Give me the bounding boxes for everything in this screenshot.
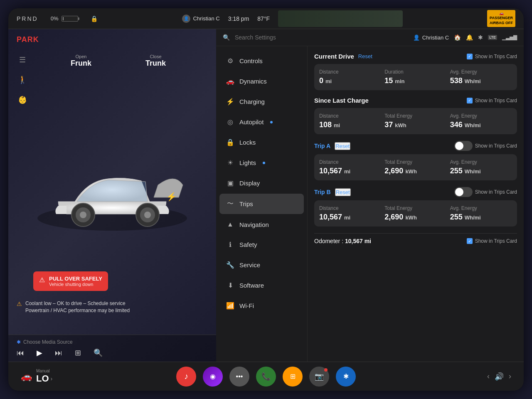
phone-button[interactable]: 📞 [256,367,276,387]
passenger-airbag-indicator: 🚗 PASSENGER AIRBAG OFF [487,10,515,27]
odometer-label: Odometer : 10,567 mi [314,238,371,244]
media-source-row[interactable]: ✱ Choose Media Source [17,339,208,345]
trip-a-stats: Distance 10,567 mi Total Energy 2,690 kW… [314,154,517,180]
warning-bar: ⚠ Coolant low – OK to drive – Schedule s… [17,300,208,316]
navigation-icon: ▲ [226,221,234,228]
taskbar-left: 🚗 Manual LO › [21,369,71,384]
display-icon: ▣ [226,179,234,187]
taskbar-prev-button[interactable]: ‹ [487,372,490,381]
autopilot-icon: ◎ [226,118,234,126]
trip-a-show-trips[interactable]: Show in Trips Card [454,141,517,151]
current-drive-header: Current Drive Reset ✓ Show in Trips Card [314,53,517,60]
current-drive-title: Current Drive [314,53,354,60]
since-last-charge-show-trips[interactable]: ✓ Show in Trips Card [467,98,517,103]
since-last-charge-checkbox[interactable]: ✓ [467,98,473,103]
car-icon[interactable]: 🚗 [21,371,32,382]
sidebar-item-locks[interactable]: 🔒 Locks [219,133,304,152]
alert-triangle-icon: ⚠ [39,276,45,284]
music-app-button[interactable]: ♪ [176,367,196,387]
trip-b-reset-button[interactable]: Reset [335,188,351,196]
trip-a-title: Trip A [314,143,330,149]
menu-icon[interactable]: ☰ [17,54,28,66]
search-media-button[interactable]: 🔍 [94,348,103,357]
trip-a-toggle-thumb [455,142,463,150]
skip-forward-button[interactable]: ⏭ [55,349,62,357]
dynamics-label: Dynamics [239,78,267,85]
trip-a-toggle[interactable] [454,141,473,151]
trip-a-avg-energy: Avg. Energy 255 Wh/mi [450,159,512,175]
camera-recording-dot [324,368,328,372]
car-svg: ⚡ [25,152,200,243]
user-avatar-icon: 👤 [182,15,190,23]
play-button[interactable]: ▶ [37,348,42,357]
taskbar-next-button[interactable]: › [509,372,511,381]
siri-button[interactable]: ◉ [203,367,223,387]
equalizer-button[interactable]: ⊞ [75,348,81,357]
navigation-label: Navigation [239,221,269,228]
alert-subtitle: Vehicle shutting down [49,282,102,287]
sidebar-item-display[interactable]: ▣ Display [219,173,304,193]
media-controls: ⏮ ▶ ⏭ ⊞ 🔍 [17,348,208,357]
fan-speed-section: Manual LO › [36,369,52,384]
autopilot-label: Autopilot [239,118,264,126]
settings-right-header: 👤 Christian C 🏠 🔔 ✱ LTE ▁▃▅▇ [413,34,517,41]
trip-b-toggle-thumb [455,188,463,196]
camera-button[interactable]: 📷 [309,367,329,387]
fan-arrow-icon[interactable]: › [51,375,53,382]
service-icon: 🔧 [226,261,234,269]
home-icon: 🏠 [454,34,461,41]
safety-label: Safety [239,241,257,248]
lte-badge: LTE [488,35,497,40]
trip-a-section: Trip A Reset Show in Trips Card [314,141,517,180]
current-drive-section: Current Drive Reset ✓ Show in Trips Card… [314,53,517,90]
trip-b-total-energy: Total Energy 2,690 kWh [384,205,446,222]
sidebar-item-autopilot[interactable]: ◎ Autopilot [219,112,304,132]
current-drive-reset-button[interactable]: Reset [358,53,372,59]
volume-icon[interactable]: 🔊 [495,372,504,381]
current-drive-stats: Distance 0 mi Duration 15 min Avg. Energ… [314,64,517,90]
sidebar-item-navigation[interactable]: ▲ Navigation [219,215,304,234]
trunk-label[interactable]: Close Trunk [145,54,166,68]
sidebar-item-controls[interactable]: ⚙ Controls [219,51,304,71]
since-last-charge-avg-energy: Avg. Energy 346 Wh/mi [450,113,512,129]
odometer-show-trips[interactable]: ✓ Show in Trips Card [467,238,517,244]
card-button[interactable]: ⊞ [283,367,303,387]
bluetooth-taskbar-button[interactable]: ✱ [336,367,356,387]
sidebar-item-dynamics[interactable]: 🚗 Dynamics [219,71,304,91]
more-apps-button[interactable]: ••• [229,367,249,387]
trip-b-show-trips[interactable]: Show in Trips Card [454,187,517,197]
sidebar-item-lights[interactable]: ☀ Lights [219,153,304,172]
sidebar-item-service[interactable]: 🔧 Service [219,255,304,275]
taskbar: 🚗 Manual LO › ♪ ◉ ••• 📞 [8,362,524,391]
settings-search-input[interactable] [235,34,408,41]
current-drive-show-trips[interactable]: ✓ Show in Trips Card [467,54,517,59]
trip-b-toggle[interactable] [454,187,473,197]
sidebar-item-charging[interactable]: ⚡ Charging [219,92,304,111]
frunk-label[interactable]: Open Frunk [71,54,91,68]
bluetooth-header-icon: ✱ [478,34,483,41]
locks-icon: 🔒 [226,138,234,146]
signal-bars-icon: ▁▃▅▇ [502,34,517,40]
trip-b-distance: Distance 10,567 mi [319,205,381,222]
trip-a-reset-button[interactable]: Reset [335,142,350,150]
alert-text: PULL OVER SAFELY Vehicle shutting down [49,276,102,287]
skip-back-button[interactable]: ⏮ [17,349,24,357]
odometer-checkbox[interactable]: ✓ [467,238,473,244]
sidebar-item-trips[interactable]: 〜 Trips [219,194,304,214]
status-bar: PRND 0% 🔒 👤 Christian C 3:18 pm 87°F 🚗 P… [8,8,524,29]
current-drive-checkbox[interactable]: ✓ [467,54,473,59]
trip-b-section: Trip B Reset Show in Trips Card [314,187,517,227]
current-drive-distance: Distance 0 mi [319,69,381,85]
sidebar-item-software[interactable]: ⬇ Software [219,276,304,295]
sidebar-item-wifi[interactable]: 📶 Wi-Fi [219,296,304,315]
autopilot-dot [270,121,273,123]
warning-triangle-icon: ⚠ [17,300,22,307]
trip-a-total-energy: Total Energy 2,690 kWh [384,159,446,175]
controls-icon: ⚙ [226,57,234,65]
prnd-display: PRND [17,15,38,22]
trips-icon: 〜 [226,200,234,208]
trip-b-stats: Distance 10,567 mi Total Energy 2,690 kW… [314,200,517,227]
sidebar-item-safety[interactable]: ℹ Safety [219,235,304,254]
trip-a-header: Trip A Reset Show in Trips Card [314,141,517,151]
header-user-display: 👤 Christian C [413,34,449,41]
